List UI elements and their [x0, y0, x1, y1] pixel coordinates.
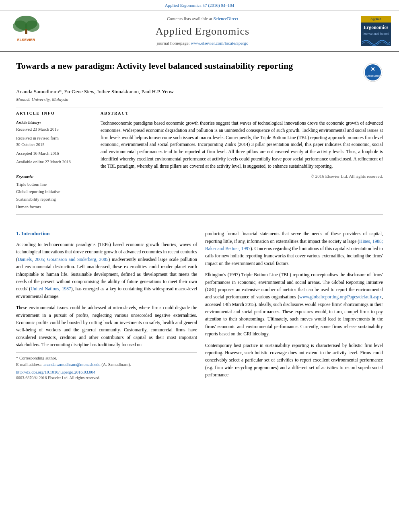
gri-link[interactable]: www.globalreporting.org/Pages/default.as…: [299, 294, 382, 299]
logo-journal-name: Ergonomics: [364, 24, 388, 31]
info-abstract-section: Article Info Article history: Received 2…: [16, 111, 383, 211]
journal-title: Applied Ergonomics: [44, 24, 361, 39]
online-date: Available online 27 March 2016: [16, 159, 93, 165]
article-title-section: Towards a new paradigm: Activity level b…: [16, 60, 383, 85]
keyword-4: Human factors: [16, 203, 93, 211]
daniels-link[interactable]: Daniels, 2005; Göransson and Söderberg, …: [18, 257, 109, 262]
email-line: E-mail address: ananda.samudhram@monash.…: [16, 362, 197, 368]
accepted-date: Accepted 16 March 2016: [16, 150, 93, 157]
received-date: Received 23 March 2015: [16, 126, 93, 133]
svg-rect-4: [25, 29, 27, 34]
email-link[interactable]: ananda.samudhram@monash.edu: [43, 362, 100, 367]
keywords-list: Triple bottom line Global reporting init…: [16, 181, 93, 212]
corresponding-author: * Corresponding author.: [16, 355, 197, 361]
revised-date: Received in revised form30 October 2015: [16, 135, 93, 148]
keyword-1: Triple bottom line: [16, 181, 93, 189]
divider-1: [16, 107, 383, 107]
intro-para-1: According to technoeconomic paradigms (T…: [16, 241, 197, 300]
main-body: 1. Introduction According to technoecono…: [0, 230, 399, 382]
keyword-2: Global reporting initiative: [16, 188, 93, 196]
right-para-3: Contemporary best practice in sustainabi…: [205, 342, 383, 379]
issn-line: 0003-6870/© 2016 Elsevier Ltd. All right…: [16, 375, 197, 381]
svg-text:ELSEVIER: ELSEVIER: [17, 38, 35, 42]
intro-para-2: These environmental issues could be addr…: [16, 304, 197, 348]
right-para-2: Elkington's (1997) Triple Bottom Line (T…: [205, 271, 383, 338]
logo-subtitle: International Journal: [362, 32, 389, 37]
journal-reference: Applied Ergonomics 57 (2016) 94–104: [0, 0, 399, 11]
left-column: 1. Introduction According to technoecono…: [16, 230, 197, 382]
abstract-heading: Abstract: [101, 111, 383, 117]
article-content: Towards a new paradigm: Activity level b…: [0, 52, 399, 226]
keywords-label: Keywords:: [16, 174, 93, 180]
svg-text:✕: ✕: [370, 66, 375, 72]
homepage-link[interactable]: www.elsevier.com/locate/apergo: [191, 41, 248, 45]
elsevier-logo: ELSEVIER: [8, 15, 44, 47]
copyright-line: © 2016 Elsevier Ltd. All rights reserved…: [101, 173, 383, 180]
footnote-area: * Corresponding author. E-mail address: …: [16, 352, 197, 381]
article-info-heading: Article Info: [16, 111, 93, 117]
abstract-section: Abstract Technoeconomic paradigms based …: [101, 111, 383, 211]
un-link[interactable]: United Nations, 1987: [31, 286, 71, 291]
contents-text: Contents lists available at ScienceDirec…: [44, 16, 361, 22]
doi-link[interactable]: http://dx.doi.org/10.1016/j.apergo.2016.…: [16, 369, 197, 375]
authors: Ananda Samudhram*, Eu-Gene Siew, Jothee …: [16, 88, 383, 96]
journal-homepage: journal homepage: www.elsevier.com/locat…: [44, 40, 361, 47]
article-history-label: Article history:: [16, 120, 93, 126]
crossmark-logo: ✕ CrossMark: [363, 62, 383, 85]
logo-top-label: Applied: [361, 16, 391, 23]
svg-text:CrossMark: CrossMark: [366, 74, 380, 77]
hines-link[interactable]: Hines, 1988; Baker and Bettner, 1997: [205, 239, 383, 251]
article-title: Towards a new paradigm: Activity level b…: [16, 60, 293, 72]
intro-heading: 1. Introduction: [16, 230, 197, 238]
journal-logo-box: Applied Ergonomics International Journal: [361, 16, 391, 46]
right-para-1: producing formal financial statements th…: [205, 230, 383, 267]
article-info: Article Info Article history: Received 2…: [16, 111, 93, 211]
divider-2: [16, 214, 383, 215]
affiliation: Monash University, Malaysia: [16, 97, 383, 103]
science-direct-link[interactable]: ScienceDirect: [213, 16, 238, 21]
journal-header: ELSEVIER Contents lists available at Sci…: [0, 11, 399, 52]
header-center: Contents lists available at ScienceDirec…: [44, 16, 361, 47]
right-column: producing formal financial statements th…: [205, 230, 383, 382]
abstract-text: Technoeconomic paradigms based economic …: [101, 120, 383, 170]
keyword-3: Sustainability reporting: [16, 196, 93, 203]
